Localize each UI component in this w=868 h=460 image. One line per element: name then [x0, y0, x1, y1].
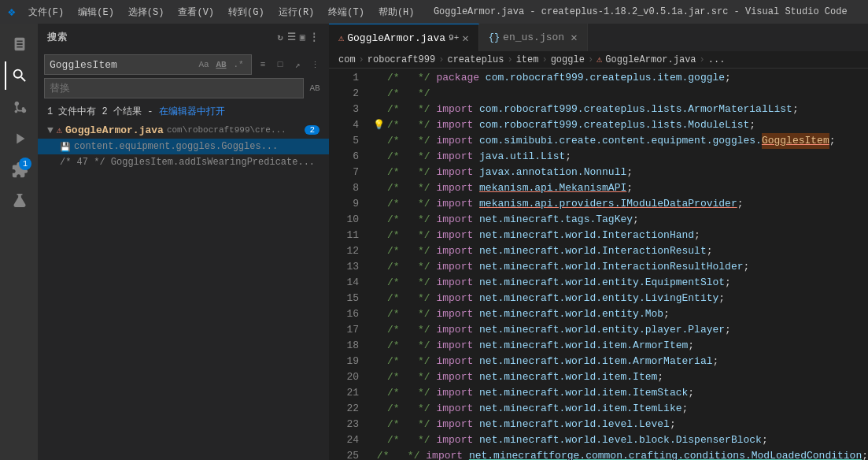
menu-select[interactable]: 选择(S)	[122, 4, 171, 20]
breadcrumb-robocraft999[interactable]: robocraft999	[368, 54, 435, 65]
extensions-badge: 1	[19, 158, 31, 170]
breadcrumb-createplus[interactable]: createplus	[447, 54, 504, 65]
sidebar: 搜索 ↻ ☰ ▣ ⋮ Aa AB .* ≡	[38, 24, 329, 460]
tab-en-us-json-close[interactable]: ✕	[571, 31, 577, 44]
code-line-12: /* */ import net.minecraft.world.Interac…	[368, 243, 868, 259]
regex-btn[interactable]: .*	[231, 57, 246, 72]
window-title: GoggleArmor.java - createplus-1.18.2_v0.…	[434, 6, 848, 17]
code-line-5: /* */ import com.simibubi.create.content…	[368, 133, 868, 149]
breadcrumb-ellipsis[interactable]: ...	[708, 54, 726, 65]
match-item-1[interactable]: /* 47 */ GogglesItem.addIsWearingPredica…	[38, 154, 329, 170]
file-name: GoggleArmor.java	[65, 124, 164, 136]
activity-search[interactable]	[5, 61, 33, 90]
tab-bar: ⚠ GoggleArmor.java 9+ ✕ {} en_us.json ✕	[329, 24, 868, 51]
code-editor[interactable]: 1 2 3 4 5 6 7 8 9 10 11 12 13 14 15 16 1…	[329, 69, 868, 460]
activity-explorer[interactable]	[5, 30, 33, 58]
code-line-21: /* */ import net.minecraft.world.item.It…	[368, 385, 868, 401]
file-path: com\robocraft999\cre...	[167, 125, 286, 135]
collapse-results-btn[interactable]: ≡	[255, 57, 271, 72]
code-line-25: /* */ import net.minecraftforge.common.c…	[368, 448, 868, 460]
replace-input-wrap[interactable]	[44, 78, 304, 98]
code-content[interactable]: /* */ package com.robocraft999.createplu…	[368, 69, 868, 460]
open-in-editor-link[interactable]: 在编辑器中打开	[159, 106, 225, 117]
search-row: Aa AB .* ≡ □ ↗ ⋮	[44, 54, 323, 75]
match-text-0: content.equipment.goggles.Goggles...	[74, 141, 278, 152]
match-save-icon: 💾	[60, 142, 71, 152]
tab-gogglearmor-name: GoggleArmor.java	[347, 32, 445, 44]
code-line-1: /* */ package com.robocraft999.createplu…	[368, 70, 868, 86]
code-line-9: /* */ import mekanism.api.providers.IMod…	[368, 196, 868, 212]
breadcrumb-com[interactable]: com	[338, 54, 356, 65]
code-line-22: /* */ import net.minecraft.world.item.It…	[368, 401, 868, 417]
collapse-icon[interactable]: ▣	[300, 32, 306, 43]
code-line-6: /* */ import java.util.List;	[368, 149, 868, 165]
clear-results-btn[interactable]: □	[272, 57, 288, 72]
tab-gogglearmor-close[interactable]: ✕	[462, 32, 468, 45]
activity-source-control[interactable]	[5, 93, 33, 121]
lightbulb-icon: 💡	[373, 117, 385, 133]
activity-bar: 1	[0, 24, 38, 460]
clear-icon[interactable]: ☰	[287, 32, 297, 43]
menu-edit[interactable]: 编辑(E)	[72, 4, 120, 20]
results-info: 1 文件中有 2 个结果 - 在编辑器中打开	[38, 102, 329, 121]
code-line-23: /* */ import net.minecraft.world.level.L…	[368, 417, 868, 432]
activity-run-debug[interactable]	[5, 124, 33, 153]
breadcrumb-gogglearmor[interactable]: GoggleArmor.java	[605, 54, 696, 65]
code-line-3: /* */ import com.robocraft999.createplus…	[368, 102, 868, 117]
search-toolbar: ≡ □ ↗ ⋮	[255, 57, 323, 72]
code-line-10: /* */ import net.minecraft.tags.TagKey;	[368, 212, 868, 228]
menu-file[interactable]: 文件(F)	[22, 4, 71, 20]
replace-all-btn[interactable]: AB	[307, 80, 323, 96]
match-case-btn[interactable]: Aa	[196, 57, 212, 72]
main-layout: 1 搜索 ↻ ☰ ▣ ⋮ Aa AB .*	[0, 24, 868, 460]
vscode-icon: ❖	[8, 4, 16, 20]
activity-test[interactable]	[5, 187, 33, 216]
line-numbers: 1 2 3 4 5 6 7 8 9 10 11 12 13 14 15 16 1…	[329, 69, 368, 460]
menu-goto[interactable]: 转到(G)	[222, 4, 271, 20]
menu-bar[interactable]: 文件(F) 编辑(E) 选择(S) 查看(V) 转到(G) 运行(R) 终端(T…	[22, 4, 421, 20]
file-match-count: 2	[305, 125, 319, 135]
search-input[interactable]	[50, 59, 193, 71]
tab-gogglearmor[interactable]: ⚠ GoggleArmor.java 9+ ✕	[329, 24, 479, 51]
editor-area: ⚠ GoggleArmor.java 9+ ✕ {} en_us.json ✕ …	[329, 24, 868, 460]
search-input-wrap[interactable]: Aa AB .*	[44, 54, 252, 75]
tab-en-us-json-name: en_us.json	[503, 32, 564, 43]
code-line-8: /* */ import mekanism.api.MekanismAPI;	[368, 180, 868, 196]
code-line-4: 💡 /* */ import com.robocraft999.createpl…	[368, 117, 868, 133]
more-options-btn[interactable]: ⋮	[307, 57, 323, 72]
code-line-19: /* */ import net.minecraft.world.item.Ar…	[368, 354, 868, 369]
menu-run[interactable]: 运行(R)	[272, 4, 321, 20]
match-word-btn[interactable]: AB	[213, 57, 229, 72]
tab-error-icon: ⚠	[338, 32, 344, 44]
code-line-11: /* */ import net.minecraft.world.Interac…	[368, 228, 868, 243]
menu-view[interactable]: 查看(V)	[172, 4, 220, 20]
code-line-18: /* */ import net.minecraft.world.item.Ar…	[368, 338, 868, 354]
code-line-20: /* */ import net.minecraft.world.item.It…	[368, 369, 868, 385]
menu-terminal[interactable]: 终端(T)	[322, 4, 371, 20]
code-line-2: /* */	[368, 86, 868, 102]
code-line-14: /* */ import net.minecraft.world.entity.…	[368, 275, 868, 291]
code-line-15: /* */ import net.minecraft.world.entity.…	[368, 291, 868, 306]
replace-input[interactable]	[50, 83, 298, 95]
file-result: ▼ ⚠ GoggleArmor.java com\robocraft999\cr…	[38, 121, 329, 170]
match-text-1: /* 47 */ GogglesItem.addIsWearingPredica…	[60, 157, 315, 168]
search-options: Aa AB .*	[196, 57, 246, 72]
menu-icon[interactable]: ⋮	[309, 32, 319, 43]
tab-modified-badge: 9+	[449, 33, 459, 43]
file-error-icon: ⚠	[57, 124, 62, 136]
code-line-24: /* */ import net.minecraft.world.level.b…	[368, 432, 868, 448]
code-line-17: /* */ import net.minecraft.world.entity.…	[368, 322, 868, 338]
breadcrumb: com › robocraft999 › createplus › item ›…	[329, 51, 868, 69]
code-line-7: /* */ import javax.annotation.Nonnull;	[368, 165, 868, 180]
refresh-icon[interactable]: ↻	[278, 32, 284, 43]
activity-extensions[interactable]: 1	[5, 156, 33, 184]
breadcrumb-goggle[interactable]: goggle	[551, 54, 585, 65]
open-in-editor-btn[interactable]: ↗	[290, 57, 305, 72]
breadcrumb-item[interactable]: item	[516, 54, 539, 65]
match-item-0[interactable]: 💾 content.equipment.goggles.Goggles... ✕	[38, 139, 329, 154]
breadcrumb-error-icon: ⚠	[597, 54, 602, 65]
file-result-header[interactable]: ▼ ⚠ GoggleArmor.java com\robocraft999\cr…	[38, 121, 329, 139]
tab-en-us-json[interactable]: {} en_us.json ✕	[479, 24, 588, 51]
code-line-13: /* */ import net.minecraft.world.Interac…	[368, 259, 868, 275]
menu-help[interactable]: 帮助(H)	[372, 4, 421, 20]
